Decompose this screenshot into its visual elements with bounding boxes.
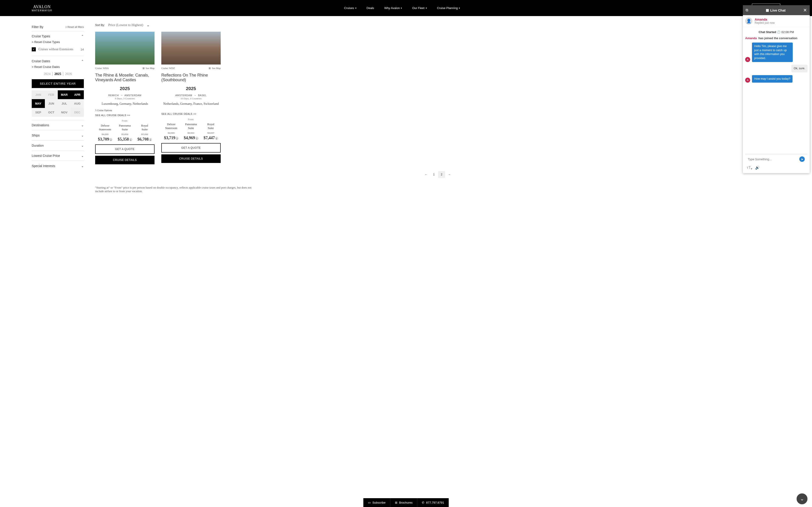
filter-by-label: Filter By xyxy=(32,25,43,29)
price-type: PanoramaSuite xyxy=(117,124,132,131)
month-nov[interactable]: NOV xyxy=(58,108,71,117)
nav-why-avalon[interactable]: Why Avalon▾ xyxy=(384,6,402,10)
popout-icon[interactable]: ⧉ xyxy=(746,8,748,12)
chevron-down-icon: ⌄ xyxy=(81,154,84,158)
year-2026[interactable]: 2026 xyxy=(65,72,72,76)
see-map-link[interactable]: ⊞See Map xyxy=(143,67,155,70)
month-may[interactable]: MAY xyxy=(32,99,45,108)
chevron-down-icon[interactable]: ⌄ xyxy=(147,23,150,27)
chat-message-agent: How may I assist you today? xyxy=(752,75,793,83)
chat-input[interactable] xyxy=(748,158,799,161)
filter-checkbox-row[interactable]: ✓ Cruises without Extensions 14 xyxy=(32,46,84,53)
checkbox-checked-icon[interactable]: ✓ xyxy=(32,47,36,51)
info-icon[interactable]: i xyxy=(149,138,152,141)
close-icon[interactable]: ✕ xyxy=(803,7,807,13)
get-quote-button[interactable]: GET A QUOTE xyxy=(95,145,155,154)
price-type: DeluxeStateroom xyxy=(164,122,179,130)
cruise-details-button[interactable]: CRUISE DETAILS xyxy=(161,154,221,163)
cruise-year: 2025 xyxy=(161,83,221,94)
info-icon[interactable]: i xyxy=(175,137,178,139)
cruise-card: Cruise: WDZ⊞See Map Reflections On The R… xyxy=(161,32,221,164)
page-2[interactable]: 2 xyxy=(438,171,445,178)
old-price: $7,208 xyxy=(138,131,152,137)
see-map-link[interactable]: ⊞See Map xyxy=(209,67,221,70)
from-label: From: xyxy=(161,116,221,122)
month-aug[interactable]: AUG xyxy=(71,99,84,108)
agent-name: Amanda xyxy=(755,18,775,21)
agent-avatar-small: A xyxy=(745,78,750,82)
chevron-down-icon: ▾ xyxy=(355,7,356,9)
chevron-down-icon: ⌄ xyxy=(81,164,84,168)
cruise-year: 2025 xyxy=(95,83,155,94)
info-icon[interactable]: i xyxy=(215,137,218,139)
nav-planning[interactable]: Cruise Planning▾ xyxy=(437,6,460,10)
select-entire-year-button[interactable]: SELECT ENTIRE YEAR xyxy=(32,79,84,88)
chevron-up-icon: ⌃ xyxy=(81,59,84,63)
year-2024[interactable]: 2024 xyxy=(44,72,51,76)
year-2025[interactable]: 2025 xyxy=(52,72,63,76)
filter-label: Cruises without Extensions xyxy=(39,48,78,51)
month-apr[interactable]: APR xyxy=(71,90,84,99)
chevron-up-icon: ⌃ xyxy=(81,35,84,38)
agent-status: Replied just now xyxy=(755,21,775,24)
duration-header[interactable]: Duration⌄ xyxy=(32,144,84,147)
month-jun[interactable]: JUN xyxy=(45,99,58,108)
chevron-down-icon: ▾ xyxy=(401,7,402,9)
page-prev[interactable]: ← xyxy=(423,171,429,178)
logo[interactable]: AVALON WATERWAYS® xyxy=(32,5,52,12)
cruise-image[interactable] xyxy=(161,32,221,64)
month-sep[interactable]: SEP xyxy=(32,108,45,117)
lowest-price-header[interactable]: Lowest Cruise Price⌄ xyxy=(32,154,84,158)
map-icon: ⊞ xyxy=(143,67,145,70)
old-price: $8,697 xyxy=(204,130,218,135)
get-quote-button[interactable]: GET A QUOTE xyxy=(161,143,221,153)
see-deals-link[interactable]: SEE ALL CRUISE DEALS >> xyxy=(161,112,221,116)
send-button[interactable]: ➤ xyxy=(799,156,805,162)
cruise-title[interactable]: Reflections On The Rhine (Southbound) xyxy=(161,72,221,83)
month-jan[interactable]: JAN xyxy=(32,90,45,99)
cruise-dates-header[interactable]: Cruise Dates ⌃ xyxy=(32,59,84,63)
price-type: RoyalSuite xyxy=(138,124,152,131)
price-type: RoyalSuite xyxy=(204,122,218,130)
cruise-meta: 8 Days, 3 Countries xyxy=(95,97,155,100)
info-icon[interactable]: i xyxy=(130,138,132,141)
cruise-details-button[interactable]: CRUISE DETAILS xyxy=(95,156,155,164)
destinations-header[interactable]: Destinations⌄ xyxy=(32,123,84,127)
month-feb[interactable]: FEB xyxy=(45,90,58,99)
cruise-options: 5 Cruise Options xyxy=(95,108,155,113)
month-oct[interactable]: OCT xyxy=(45,108,58,117)
reset-cruise-types-link[interactable]: > Reset Cruise Types xyxy=(32,38,84,46)
month-dec[interactable]: DEC xyxy=(71,108,84,117)
sound-icon[interactable]: 🔊 xyxy=(755,165,760,170)
see-deals-link[interactable]: SEE ALL CRUISE DEALS >> xyxy=(95,113,155,117)
special-interests-header[interactable]: Special Interests⌄ xyxy=(32,164,84,168)
agent-avatar-small: A xyxy=(745,57,750,62)
month-mar[interactable]: MAR xyxy=(58,90,71,99)
ships-header[interactable]: Ships⌄ xyxy=(32,133,84,137)
cruise-route: REMICH → AMSTERDAM xyxy=(95,94,155,97)
cruise-types-header[interactable]: Cruise Types ⌃ xyxy=(32,35,84,38)
nav-deals[interactable]: Deals xyxy=(367,6,374,10)
price-column: RoyalSuite$8,697$7,447i xyxy=(204,122,218,140)
sort-by-value[interactable]: Price (Lowest to Highest) xyxy=(108,23,143,27)
header: AVALON WATERWAYS® Cruises▾ Deals Why Ava… xyxy=(0,0,812,16)
cruise-title[interactable]: The Rhine & Moselle: Canals, Vineyards A… xyxy=(95,72,155,83)
info-icon[interactable]: i xyxy=(196,137,198,139)
nav-fleet[interactable]: Our Fleet▾ xyxy=(412,6,426,10)
reset-all-filters-link[interactable]: > Reset all filters xyxy=(65,25,84,28)
cruise-card: Cruise: WRA⊞See Map The Rhine & Moselle:… xyxy=(95,32,155,164)
text-size-icon[interactable]: ᴛT▾ xyxy=(747,165,752,170)
month-jul[interactable]: JUL xyxy=(58,99,71,108)
chat-icon: ▩ xyxy=(766,8,769,12)
price-column: PanoramaSuite$5,858$5,358i xyxy=(117,124,132,142)
filter-sidebar: Filter By > Reset all filters Cruise Typ… xyxy=(32,23,84,194)
new-price: $3,709i xyxy=(98,137,112,142)
page-1[interactable]: 1 xyxy=(430,171,437,178)
nav-cruises[interactable]: Cruises▾ xyxy=(344,6,356,10)
info-icon[interactable]: i xyxy=(109,138,112,141)
cruise-image[interactable] xyxy=(95,32,155,64)
chevron-down-icon: ⌄ xyxy=(81,144,84,147)
main-nav: Cruises▾ Deals Why Avalon▾ Our Fleet▾ Cr… xyxy=(344,6,460,10)
reset-cruise-dates-link[interactable]: > Reset Cruise Dates xyxy=(32,63,84,71)
page-next[interactable]: → xyxy=(446,171,453,178)
